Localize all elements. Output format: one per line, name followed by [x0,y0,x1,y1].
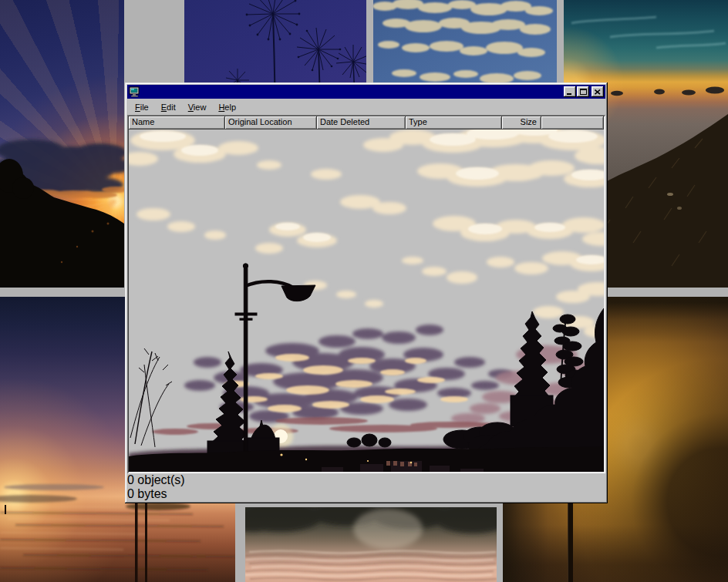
explorer-window: File Edit View Help Name Original Locati… [125,82,608,503]
island-silhouettes [611,87,724,96]
status-bar: 0 object(s) 0 bytes [127,473,605,501]
close-button[interactable] [592,86,604,97]
lamp-head [281,285,315,301]
maximize-icon [580,89,587,95]
menu-item-file[interactable]: File [133,102,151,113]
status-bytes-panel: 0 bytes [127,487,605,501]
menu-item-view[interactable]: View [186,102,209,113]
menu-item-edit[interactable]: Edit [159,102,178,113]
minimize-icon [567,93,571,95]
column-header-date-deleted[interactable]: Date Deleted [317,116,406,130]
wispy-clouds [571,17,726,48]
sunset-lamp-photo[interactable] [129,130,604,472]
column-header-original-location[interactable]: Original Location [225,116,317,130]
column-header-size[interactable]: Size [502,116,541,130]
water-streaks [0,513,235,570]
column-headers-row: Name Original Location Date Deleted Type… [129,116,604,130]
title-bar[interactable] [127,85,605,99]
upper-clouds [129,130,604,338]
column-header-blank[interactable] [541,116,604,130]
computer-icon [129,86,141,97]
tile-water-reflection [245,507,497,582]
close-icon [595,89,601,95]
list-view: Name Original Location Date Deleted Type… [127,115,605,473]
menu-item-help[interactable]: Help [216,102,238,113]
sky-reflection [353,509,423,549]
horizon-cloud-streak [4,484,104,490]
status-objects-panel: 0 object(s) [127,473,605,487]
column-header-name[interactable]: Name [129,116,225,130]
minimize-button[interactable] [564,86,576,97]
maximize-button[interactable] [577,86,589,97]
horizon-fog [0,495,77,503]
silhouettes [130,264,604,472]
menu-bar: File Edit View Help [127,99,605,115]
column-header-type[interactable]: Type [406,116,502,130]
tile-sunset-rays [0,0,124,288]
